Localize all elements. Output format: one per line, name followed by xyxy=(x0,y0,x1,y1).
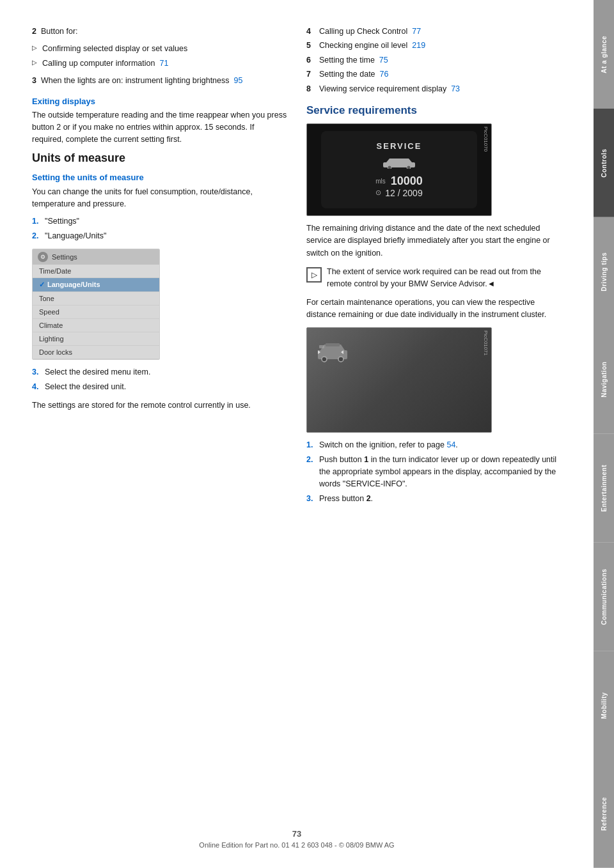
service-mileage-row: mls 10000 xyxy=(375,174,423,188)
sidebar-tab-reference[interactable]: Reference xyxy=(594,759,614,868)
link-54[interactable]: 54 xyxy=(446,440,455,449)
link-71[interactable]: 71 xyxy=(159,59,168,68)
image-label-service-info: PicC01071 xyxy=(483,330,489,355)
intro-items-right: 4 Calling up Check Control 77 5 Checking… xyxy=(306,26,562,95)
clock-icon: ⊙ xyxy=(375,189,381,197)
link-77[interactable]: 77 xyxy=(412,27,421,36)
intro-section: 2 Button for: Confirming selected displa… xyxy=(32,26,287,88)
service-step-1: 1. Switch on the ignition, refer to page… xyxy=(306,439,562,451)
note-box: ▷ The extent of service work required ca… xyxy=(306,266,562,290)
menu-item-door-locks: Door locks xyxy=(33,346,159,359)
svg-point-4 xyxy=(322,357,327,362)
car-icon xyxy=(380,156,418,171)
service-display-image: SERVICE mls xyxy=(306,123,492,216)
svg-point-5 xyxy=(338,357,343,362)
footer-text: Online Edition for Part no. 01 41 2 603 … xyxy=(199,841,394,849)
sidebar-tab-entertainment[interactable]: Entertainment xyxy=(594,434,614,543)
item-3: 3 When the lights are on: instrument lig… xyxy=(32,75,287,87)
mileage-value: 10000 xyxy=(391,174,423,188)
service-requirements-section: Service requirements SERVICE xyxy=(306,104,562,505)
service-info-car-area xyxy=(317,341,349,365)
units-step-1: 1. "Settings" xyxy=(32,215,287,228)
service-date: 12 / 2009 xyxy=(385,188,422,198)
bullet-confirm: Confirming selected display or set value… xyxy=(32,43,287,55)
note-text: The extent of service work required can … xyxy=(327,266,562,290)
exiting-displays-heading: Exiting displays xyxy=(32,97,287,106)
units-steps-continued: 3. Select the desired menu item. 4. Sele… xyxy=(32,366,287,393)
menu-item-climate: Climate xyxy=(33,319,159,332)
right-column: 4 Calling up Check Control 77 5 Checking… xyxy=(306,26,562,511)
item-8: 8 Viewing service requirement display 73 xyxy=(306,83,562,95)
service-steps-list: 1. Switch on the ignition, refer to page… xyxy=(306,439,562,505)
svg-rect-6 xyxy=(319,345,324,348)
units-step-3: 3. Select the desired menu item. xyxy=(32,366,287,378)
sidebar-tabs: At a glance Controls Driving tips Naviga… xyxy=(594,0,614,868)
link-73[interactable]: 73 xyxy=(451,84,460,93)
units-of-measure-section: Units of measure Setting the units of me… xyxy=(32,151,287,412)
page-number: 73 xyxy=(0,829,594,839)
svg-point-1 xyxy=(388,166,391,169)
link-76[interactable]: 76 xyxy=(380,70,389,79)
sidebar-tab-driving-tips[interactable]: Driving tips xyxy=(594,217,614,326)
link-95[interactable]: 95 xyxy=(233,76,242,85)
right-intro-list: 4 Calling up Check Control 77 5 Checking… xyxy=(306,26,562,95)
bullet-calling: Calling up computer information 71 xyxy=(32,58,287,70)
units-note: The settings are stored for the remote c… xyxy=(32,399,287,412)
menu-item-language-units: ✓Language/Units xyxy=(33,278,159,292)
service-body2: For certain maintenance operations, you … xyxy=(306,297,562,322)
service-info-display-image: ▶ SERVICE – INFO PicC01071 xyxy=(306,327,492,433)
menu-item-speed: Speed xyxy=(33,306,159,319)
sidebar-tab-mobility[interactable]: Mobility xyxy=(594,651,614,760)
sidebar-tab-at-a-glance[interactable]: At a glance xyxy=(594,0,614,109)
service-req-heading: Service requirements xyxy=(306,104,562,117)
item-6: 6 Setting the time 75 xyxy=(306,54,562,66)
units-step-2: 2. "Language/Units" xyxy=(32,230,287,242)
item-2-num: 2 xyxy=(32,27,36,36)
settings-header-label: Settings xyxy=(52,253,77,261)
menu-item-time-date: Time/Date xyxy=(33,265,159,278)
item-7: 7 Setting the date 76 xyxy=(306,68,562,81)
units-body: You can change the units for fuel consum… xyxy=(32,186,287,211)
item-2-label: Button for: xyxy=(41,27,78,36)
sidebar-tab-communications[interactable]: Communications xyxy=(594,543,614,651)
link-75[interactable]: 75 xyxy=(379,56,388,65)
svg-point-2 xyxy=(407,166,411,169)
sidebar-tab-controls[interactable]: Controls xyxy=(594,109,614,217)
page-footer: 73 Online Edition for Part no. 01 41 2 6… xyxy=(0,829,594,849)
sidebar-tab-navigation[interactable]: Navigation xyxy=(594,325,614,434)
item-4: 4 Calling up Check Control 77 xyxy=(306,26,562,38)
settings-header: ⚙ Settings xyxy=(33,249,159,265)
image-label-right: PicC01070 xyxy=(483,127,489,151)
svg-rect-7 xyxy=(326,343,340,346)
service-date-row: ⊙ 12 / 2009 xyxy=(375,188,422,198)
service-body1: The remaining driving distance and the d… xyxy=(306,222,562,260)
item-2: 2 Button for: Confirming selected displa… xyxy=(32,26,287,70)
service-label-text: SERVICE xyxy=(377,141,422,151)
service-step-2: 2. Push button 1 in the turn indicator l… xyxy=(306,454,562,491)
exiting-displays-body: The outside temperature reading and the … xyxy=(32,109,287,146)
menu-item-tone: Tone xyxy=(33,292,159,306)
mileage-unit: mls xyxy=(375,178,386,185)
gear-icon: ⚙ xyxy=(38,252,48,262)
menu-items-list: Time/Date ✓Language/Units Tone Speed Cli… xyxy=(33,265,159,359)
exiting-displays-section: Exiting displays The outside temperature… xyxy=(32,97,287,146)
menu-item-lighting: Lighting xyxy=(33,332,159,346)
service-display-inner: SERVICE mls xyxy=(321,131,478,209)
left-column: 2 Button for: Confirming selected displa… xyxy=(32,26,287,511)
item-5: 5 Checking engine oil level 219 xyxy=(306,40,562,52)
units-heading: Units of measure xyxy=(32,151,287,165)
link-219[interactable]: 219 xyxy=(412,41,425,50)
settings-menu-image: ⚙ Settings Time/Date ✓Language/Units Ton… xyxy=(32,249,160,360)
units-step-4: 4. Select the desired unit. xyxy=(32,381,287,393)
note-icon: ▷ xyxy=(306,267,322,283)
service-step-3: 3. Press button 2. xyxy=(306,493,562,505)
units-subheading: Setting the units of measure xyxy=(32,173,287,182)
units-steps-list: 1. "Settings" 2. "Language/Units" xyxy=(32,215,287,242)
